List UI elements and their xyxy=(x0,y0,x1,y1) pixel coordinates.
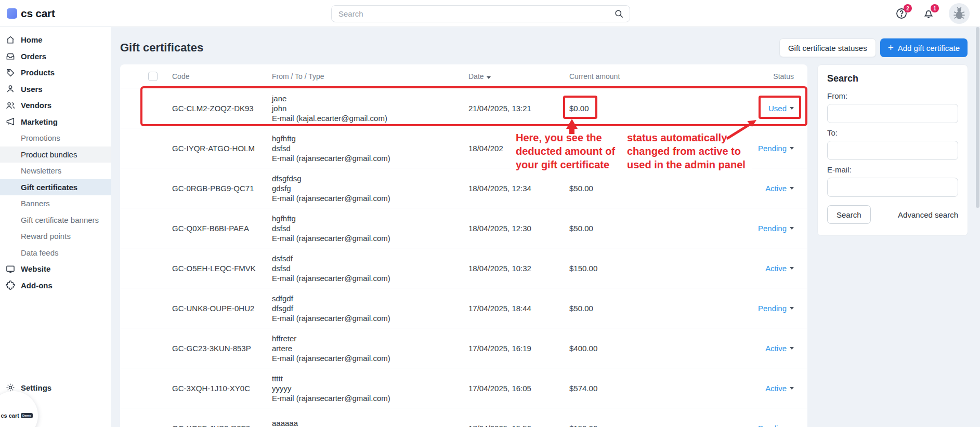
table-row: GC-UNK8-OUPE-0HU2 sdfgdf dfsgdf E-mail (… xyxy=(120,288,807,328)
status-dropdown[interactable]: Active xyxy=(689,344,794,353)
gift-certificate-statuses-button[interactable]: Gift certificate statuses xyxy=(779,38,876,57)
sidebar-item-gift-certificates[interactable]: Gift certificates xyxy=(0,179,111,196)
certificate-code: GC-0RGB-PBG9-QC71 xyxy=(172,184,272,193)
sidebar-item-banners[interactable]: Banners xyxy=(0,195,111,212)
sidebar-item-promotions[interactable]: Promotions xyxy=(0,130,111,146)
cert-date: 18/04/2025, 10:32 xyxy=(468,264,569,273)
bug-avatar-icon xyxy=(951,6,967,21)
from-label: From: xyxy=(827,91,958,100)
sidebar-item-website[interactable]: Website xyxy=(0,261,111,277)
cert-type: E-mail (rajansecarter@gmail.com) xyxy=(272,393,468,403)
sidebar-item-home[interactable]: Home xyxy=(0,32,111,48)
chevron-down-icon xyxy=(790,187,794,190)
cert-to: artere xyxy=(272,343,468,353)
sidebar-item-product-bundles[interactable]: Product bundles xyxy=(0,146,111,163)
cert-to: gdsfg xyxy=(272,183,468,193)
status-dropdown[interactable]: Pending xyxy=(689,304,794,313)
search-button[interactable]: Search xyxy=(827,205,871,224)
sidebar-item-users[interactable]: Users xyxy=(0,81,111,98)
cert-to: yyyyy xyxy=(272,383,468,393)
gift-certificates-table: Code From / To / Type Date Current amoun… xyxy=(120,64,807,427)
from-field[interactable] xyxy=(827,104,958,123)
certificate-code: GC-XQ5F-JUS2-R2F8 xyxy=(172,424,272,427)
cert-amount: $0.00 xyxy=(569,104,689,113)
cert-date: 17/04/2025, 18:44 xyxy=(468,304,569,313)
global-search-input[interactable] xyxy=(331,5,630,22)
status-dropdown[interactable]: Used xyxy=(689,104,794,113)
cert-from: ttttt xyxy=(272,373,468,383)
status-dropdown[interactable]: Active xyxy=(689,384,794,393)
status-dropdown[interactable]: Pending xyxy=(689,144,794,153)
vendors-icon xyxy=(0,100,21,111)
cert-to: dsfsd xyxy=(272,263,468,273)
header-status: Status xyxy=(689,72,794,81)
to-label: To: xyxy=(827,128,958,137)
sidebar-item-data-feeds[interactable]: Data feeds xyxy=(0,245,111,261)
certificate-code: GC-GC23-3KUN-853P xyxy=(172,344,272,353)
advanced-search-link[interactable]: Advanced search xyxy=(898,210,958,219)
cert-date: 18/04/2025, 12:30 xyxy=(468,224,569,233)
header-from-to-type: From / To / Type xyxy=(272,72,468,81)
top-bar: cs cart 2 1 xyxy=(0,0,980,27)
status-dropdown[interactable]: Active xyxy=(689,184,794,193)
cert-date: 17/04/2025, 16:19 xyxy=(468,344,569,353)
table-row: GC-XQ5F-JUS2-R2F8 aaaaaa dsfsd 17/04/202… xyxy=(120,408,807,427)
cert-from: aaaaaa xyxy=(272,418,468,427)
help-button[interactable]: 2 xyxy=(895,7,908,20)
cert-date: 18/04/2025, 12:34 xyxy=(468,184,569,193)
sidebar-item-orders[interactable]: Orders xyxy=(0,48,111,65)
to-field[interactable] xyxy=(827,141,958,160)
cscart-logo[interactable]: cs cart xyxy=(7,7,106,20)
email-field[interactable] xyxy=(827,178,958,197)
sidebar-item-reward-points[interactable]: Reward points xyxy=(0,228,111,245)
cert-amount: $400.00 xyxy=(569,344,689,353)
plus-icon: + xyxy=(888,43,894,52)
cert-type: E-mail (kajal.ecarter@gmail.com) xyxy=(272,113,468,123)
status-dropdown[interactable]: Active xyxy=(689,264,794,273)
add-gift-certificate-button[interactable]: + Add gift certificate xyxy=(880,38,968,57)
cscart-logo-icon xyxy=(7,8,17,19)
chevron-down-icon xyxy=(790,227,794,230)
header-date-sort[interactable]: Date xyxy=(468,72,569,81)
cert-amount: $574.00 xyxy=(569,384,689,393)
sidebar-item-newsletters[interactable]: Newsletters xyxy=(0,163,111,179)
chevron-down-icon xyxy=(790,147,794,150)
sidebar-item-gift-certificate-banners[interactable]: Gift certificate banners xyxy=(0,212,111,229)
cert-from: dsfsdf xyxy=(272,253,468,263)
cert-amount: $50.00 xyxy=(569,224,689,233)
header-current-amount: Current amount xyxy=(569,72,689,81)
cert-to: dfsgdf xyxy=(272,303,468,313)
select-all-checkbox[interactable] xyxy=(148,72,158,81)
table-row: GC-3XQH-1J10-XY0C ttttt yyyyy E-mail (ra… xyxy=(120,368,807,408)
search-icon[interactable] xyxy=(614,9,624,21)
cert-type: E-mail (rajansecarter@gmail.com) xyxy=(272,193,468,203)
notifications-button[interactable]: 1 xyxy=(922,7,935,20)
cert-type: E-mail (rajansecarter@gmail.com) xyxy=(272,313,468,323)
sidebar-item-marketing[interactable]: Marketing xyxy=(0,114,111,130)
certificate-code: GC-Q0XF-B6BI-PAEA xyxy=(172,224,272,233)
cert-amount: $150.00 xyxy=(569,424,689,427)
table-header-row: Code From / To / Type Date Current amoun… xyxy=(120,64,807,88)
products-icon xyxy=(0,68,21,78)
cert-amount: $50.00 xyxy=(569,184,689,193)
cert-type: E-mail (rajansecarter@gmail.com) xyxy=(272,153,468,163)
cert-to: dsfsd xyxy=(272,143,468,153)
chevron-down-icon xyxy=(790,107,794,110)
certificate-code: GC-CLM2-ZOQZ-DK93 xyxy=(172,104,272,113)
status-dropdown[interactable]: Pending xyxy=(689,424,794,427)
table-row: GC-CLM2-ZOQZ-DK93 jane john E-mail (kaja… xyxy=(120,88,807,128)
chevron-down-icon xyxy=(790,307,794,310)
user-avatar[interactable] xyxy=(949,3,970,24)
sidebar-item-products[interactable]: Products xyxy=(0,64,111,81)
sidebar-item-add-ons[interactable]: Add-ons xyxy=(0,277,111,294)
certificate-code: GC-3XQH-1J10-XY0C xyxy=(172,384,272,393)
cert-to: john xyxy=(272,103,468,113)
status-dropdown[interactable]: Pending xyxy=(689,224,794,233)
table-row: GC-GC23-3KUN-853P hffreter artere E-mail… xyxy=(120,328,807,368)
header-code: Code xyxy=(172,72,272,81)
cert-from: jane xyxy=(272,94,468,103)
sidebar-nav: Home Orders Products Users Vendors xyxy=(0,27,111,427)
sidebar-item-vendors[interactable]: Vendors xyxy=(0,97,111,114)
page-scrollbar[interactable] xyxy=(976,27,979,208)
cert-to: dsfsd xyxy=(272,223,468,233)
